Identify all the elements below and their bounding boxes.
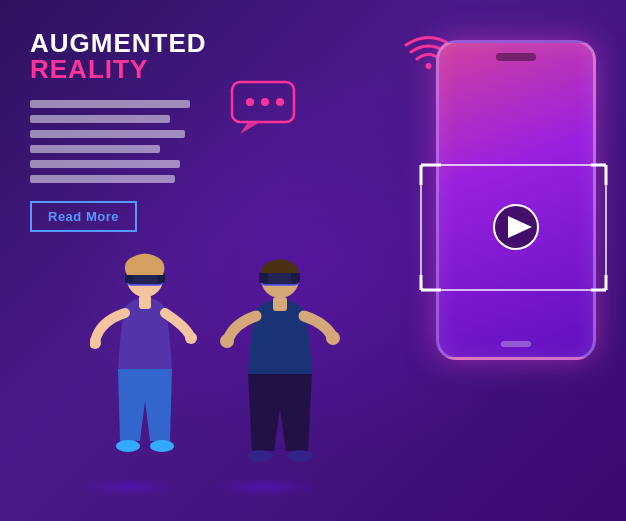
scene: AUGMENTED REALITY Read More [0,0,626,521]
figure-male [220,251,340,491]
text-line [30,160,180,168]
shadow-female [80,478,180,496]
svg-rect-21 [139,295,151,309]
svg-point-5 [426,63,432,69]
svg-point-23 [150,440,174,452]
svg-point-22 [116,440,140,452]
video-frame [416,160,616,300]
svg-rect-29 [291,272,300,283]
text-line [30,145,160,153]
title-augmented: AUGMENTED [30,30,230,56]
chat-bubble-icon [230,80,300,139]
svg-rect-30 [273,297,287,311]
text-line [30,115,170,123]
svg-point-25 [185,332,197,344]
svg-point-3 [261,98,269,106]
svg-point-31 [247,450,273,462]
svg-point-34 [326,331,340,345]
svg-point-2 [246,98,254,106]
svg-point-4 [276,98,284,106]
text-line [30,100,190,108]
text-line [30,175,175,183]
title-reality: REALITY [30,56,230,82]
read-more-button[interactable]: Read More [30,201,137,232]
svg-rect-28 [259,272,268,283]
shadow-male [210,478,320,496]
figure-female [90,251,200,491]
text-lines [30,100,230,183]
svg-point-33 [220,334,234,348]
text-line [30,130,185,138]
left-panel: AUGMENTED REALITY Read More [30,30,230,232]
svg-marker-1 [240,122,260,134]
svg-point-32 [287,450,313,462]
